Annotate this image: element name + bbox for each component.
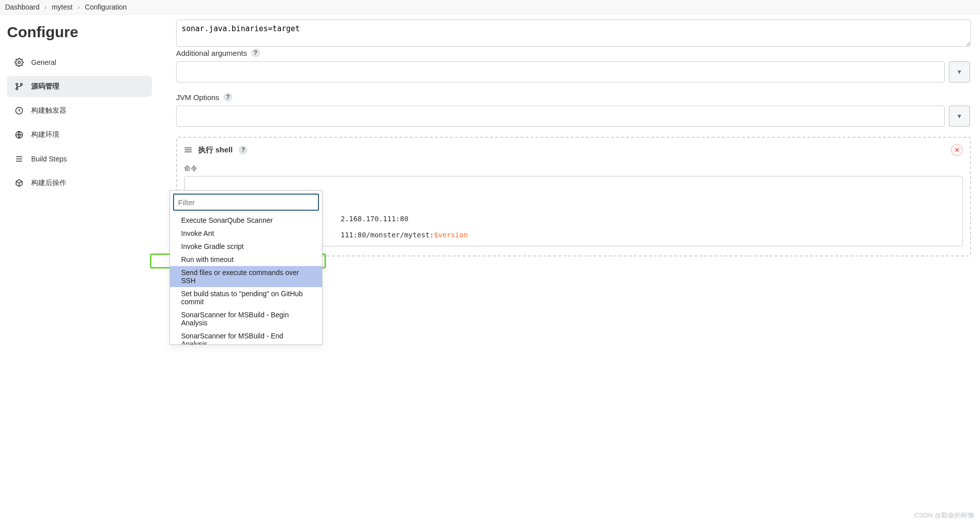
command-label: 命令	[184, 164, 963, 173]
sidebar-item-build-steps[interactable]: Build Steps	[7, 148, 152, 169]
additional-arguments-input[interactable]	[176, 61, 945, 82]
svg-point-0	[18, 61, 21, 64]
dropdown-item[interactable]: Invoke Gradle script	[170, 240, 322, 253]
analysis-properties-textarea[interactable]: sonar.java.binaries=target	[176, 20, 971, 47]
dropdown-item[interactable]: Run with timeout	[170, 253, 322, 266]
sidebar-item-label: 构建环境	[31, 130, 59, 139]
add-step-dropdown: Execute SonarQube ScannerInvoke AntInvok…	[170, 190, 322, 324]
additional-arguments-label: Additional arguments	[176, 49, 247, 57]
dropdown-item[interactable]: Execute SonarQube Scanner	[170, 214, 322, 227]
help-icon[interactable]: ?	[238, 145, 248, 154]
steps-icon	[14, 154, 24, 163]
sidebar: Configure General 源码管理 构建触发器 构建环境	[0, 15, 156, 324]
sidebar-item-label: 源码管理	[31, 82, 59, 91]
additional-arguments-expand-button[interactable]: ▼	[949, 61, 970, 82]
remove-step-button[interactable]: ✕	[951, 144, 963, 156]
help-icon[interactable]: ?	[251, 48, 260, 57]
shell-step-title: 执行 shell	[198, 145, 232, 155]
jvm-options-expand-button[interactable]: ▼	[949, 106, 970, 127]
svg-point-3	[21, 83, 23, 85]
dropdown-item[interactable]: Send files or execute commands over SSH	[170, 266, 322, 287]
chevron-right-icon: ›	[44, 3, 47, 11]
sidebar-item-scm[interactable]: 源码管理	[7, 76, 152, 97]
chevron-down-icon: ▼	[956, 68, 962, 75]
sidebar-item-label: Build Steps	[31, 155, 67, 163]
variable-token: $version	[434, 231, 467, 239]
sidebar-item-triggers[interactable]: 构建触发器	[7, 100, 152, 121]
sidebar-item-label: General	[31, 58, 56, 66]
sidebar-item-label: 构建后操作	[31, 179, 66, 188]
breadcrumb: Dashboard › mytest › Configuration	[0, 0, 980, 15]
svg-point-1	[16, 83, 18, 85]
help-icon[interactable]: ?	[223, 93, 232, 102]
breadcrumb-dashboard[interactable]: Dashboard	[5, 3, 40, 11]
sidebar-item-post-build[interactable]: 构建后操作	[7, 172, 152, 194]
gear-icon	[14, 58, 24, 67]
package-icon	[14, 179, 24, 188]
drag-handle-icon[interactable]	[184, 147, 192, 153]
sidebar-item-general[interactable]: General	[7, 52, 152, 73]
close-icon: ✕	[954, 146, 960, 154]
dropdown-filter-input[interactable]	[173, 194, 319, 211]
chevron-down-icon: ▼	[956, 113, 962, 120]
chevron-right-icon: ›	[77, 3, 80, 11]
svg-point-2	[16, 88, 18, 90]
jvm-options-input[interactable]	[176, 106, 945, 127]
breadcrumb-project[interactable]: mytest	[52, 3, 72, 11]
dropdown-item[interactable]: Invoke Ant	[170, 227, 322, 240]
breadcrumb-page[interactable]: Configuration	[85, 3, 127, 11]
dropdown-item[interactable]: Set build status to "pending" on GitHub …	[170, 287, 322, 308]
sidebar-item-environment[interactable]: 构建环境	[7, 124, 152, 145]
jvm-options-label: JVM Options	[176, 93, 219, 102]
clock-icon	[14, 106, 24, 115]
sidebar-item-label: 构建触发器	[31, 106, 66, 115]
globe-icon	[14, 130, 24, 139]
branch-icon	[14, 82, 24, 91]
page-title: Configure	[7, 24, 152, 41]
dropdown-item[interactable]: SonarScanner for MSBuild - Begin Analysi…	[170, 308, 322, 324]
